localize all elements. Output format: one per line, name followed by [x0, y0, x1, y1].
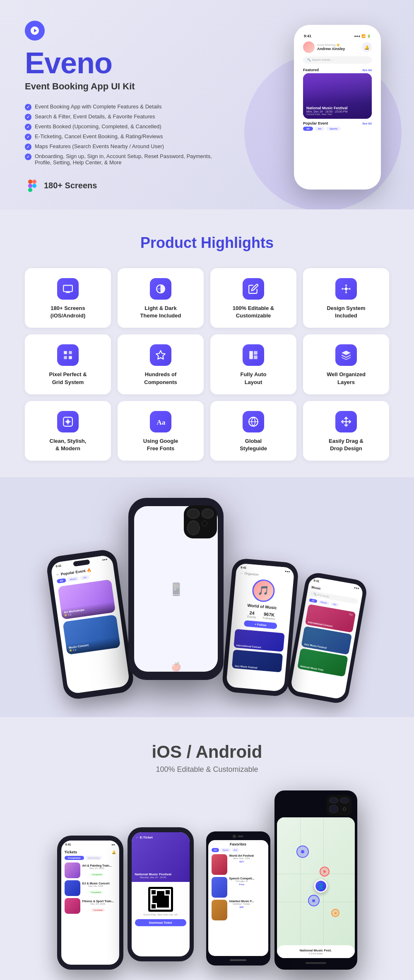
svg-point-8 — [345, 284, 347, 286]
android-phone-favorites: Favorites All Sport Art W — [206, 836, 270, 970]
hero-left: Eveno Event Booking App UI Kit Event Boo… — [25, 21, 215, 193]
cam-lens-2 — [202, 509, 214, 519]
feature-item-6: Onboarding, Sign up, Sign in, Account Se… — [25, 153, 215, 166]
ios-android-section: iOS / Android 100% Editable & Customizab… — [0, 717, 414, 980]
showcase-section: 9:41 ●●● ← Popular Event 🔥 All Music Art — [0, 477, 414, 717]
highlight-card-drag: Easily Drag &Drop Design — [303, 401, 389, 461]
feature-item-2: Search & Filter, Event Details, & Favori… — [25, 113, 215, 120]
android-right-group: Favorites All Sport Art W — [206, 790, 357, 970]
svg-rect-22 — [254, 355, 258, 359]
fonts-icon-wrap: Aa — [150, 411, 171, 432]
check-icon-6 — [25, 154, 31, 160]
pixel-label: Pixel Perfect &Grid System — [49, 371, 87, 386]
design-system-icon-wrap — [335, 278, 357, 300]
check-icon-5 — [25, 144, 31, 150]
grid-icon — [63, 350, 73, 360]
highlight-card-layers: Well OrganizedLayers — [303, 334, 389, 394]
feature-item-5: Maps Features (Search Events Nearby / Ar… — [25, 143, 215, 150]
layers-icon-wrap — [335, 344, 357, 366]
fonts-label: Using GoogleFree Fonts — [143, 437, 178, 452]
components-label: Hundreds ofComponents — [144, 371, 177, 386]
drag-icon — [341, 416, 351, 427]
stylish-icon-wrap — [57, 411, 79, 432]
highlight-card-components: Hundreds ofComponents — [118, 334, 204, 394]
theme-icon — [155, 283, 166, 294]
showcase-phone-music: 9:41 ●●● Music 🔍 979 results All Music — [286, 571, 368, 705]
svg-rect-16 — [64, 351, 67, 355]
svg-rect-0 — [28, 180, 32, 184]
theme-icon-wrap — [150, 278, 171, 300]
showcase-phone-left: 9:41 ●●● ← Popular Event 🔥 All Music Art — [45, 548, 135, 701]
edit-icon — [248, 283, 259, 294]
svg-point-7 — [345, 288, 348, 291]
app-subtitle: Event Booking App UI Kit — [25, 81, 215, 92]
showcase-phone-organizer: 9:41 ●●● ← Organizer 🎵 World of Music — [221, 558, 299, 697]
layout-icon-wrap — [243, 344, 264, 366]
theme-label: Light & DarkTheme Included — [140, 305, 181, 319]
apple-logo: 🍎 — [171, 662, 181, 672]
svg-rect-21 — [254, 351, 258, 355]
check-icon-3 — [25, 124, 31, 130]
check-icon-2 — [25, 114, 31, 120]
cam-flash — [202, 521, 207, 526]
svg-rect-2 — [28, 184, 32, 188]
design-system-icon — [341, 283, 351, 294]
ios-devices-grid: 9:41 ●● Tickets 🔔 Completed Upcomin — [17, 790, 397, 970]
check-icon-1 — [25, 104, 31, 110]
highlight-card-editable: 100% Editable &Customizable — [210, 268, 296, 328]
highlights-section: Product Highlights 180+ Screens(iOS/Andr… — [0, 209, 414, 477]
screens-count-text: 180+ Screens — [44, 181, 97, 190]
ios-phone-eticket: ← E-Ticket National Music Festival Monda… — [128, 836, 194, 970]
layout-icon — [248, 350, 259, 360]
svg-point-10 — [342, 288, 343, 290]
editable-label: 100% Editable &Customizable — [233, 305, 274, 319]
components-icon — [155, 350, 166, 360]
highlight-card-fonts: Aa Using GoogleFree Fonts — [118, 401, 204, 461]
camera-module — [184, 505, 217, 538]
layers-icon — [341, 350, 351, 360]
highlights-grid: 180+ Screens(iOS/Android) Light & DarkTh… — [25, 268, 389, 461]
svg-rect-1 — [32, 180, 36, 184]
app-title: Eveno — [25, 48, 215, 78]
layers-label: Well OrganizedLayers — [327, 371, 366, 386]
drag-label: Easily Drag &Drop Design — [329, 437, 363, 452]
styleguide-label: GlobalStyleguide — [240, 437, 267, 452]
styleguide-icon-wrap — [243, 411, 264, 432]
svg-point-11 — [349, 288, 351, 290]
highlight-card-design-system: Design SystemIncluded — [303, 268, 389, 328]
svg-rect-19 — [69, 356, 72, 360]
design-system-label: Design SystemIncluded — [327, 305, 365, 319]
svg-rect-17 — [69, 351, 72, 355]
screens-badge: 180+ Screens — [25, 178, 215, 193]
svg-point-4 — [32, 184, 36, 188]
fonts-icon: Aa — [155, 416, 166, 427]
highlight-card-stylish: Clean, Stylish,& Modern — [25, 401, 111, 461]
svg-rect-18 — [64, 356, 67, 360]
svg-rect-20 — [249, 351, 253, 360]
highlights-title: Product Highlights — [25, 234, 389, 252]
highlight-card-layout: Fully AutoLayout — [210, 334, 296, 394]
feature-list: Event Booking App with Complete Features… — [25, 103, 215, 166]
feature-item-4: E-Ticketing, Cancel Event Booking, & Rat… — [25, 133, 215, 140]
ios-title: iOS / Android — [17, 742, 397, 762]
svg-point-24 — [66, 420, 70, 423]
ios-left-group: 9:41 ●● Tickets 🔔 Completed Upcomin — [57, 836, 194, 970]
feature-item-1: Event Booking App with Complete Features… — [25, 103, 215, 110]
svg-point-9 — [345, 292, 347, 293]
showcase-phones-right: 9:41 ●●● ← Organizer 🎵 World of Music — [228, 554, 360, 688]
highlight-card-pixel: Pixel Perfect &Grid System — [25, 334, 111, 394]
components-icon-wrap — [150, 344, 171, 366]
styleguide-icon — [248, 416, 259, 427]
cam-lens-3 — [187, 521, 200, 536]
drag-icon-wrap — [335, 411, 357, 432]
hero-section: Eveno Event Booking App UI Kit Event Boo… — [0, 0, 414, 209]
editable-icon-wrap — [243, 278, 264, 300]
figma-icon — [25, 178, 40, 193]
ios-subtitle: 100% Editable & Customizable — [17, 765, 397, 774]
ios-phone-tickets: 9:41 ●● Tickets 🔔 Completed Upcomin — [57, 836, 123, 970]
logo-icon — [29, 25, 41, 36]
stylish-label: Clean, Stylish,& Modern — [50, 437, 87, 452]
layout-label: Fully AutoLayout — [240, 371, 266, 386]
svg-text:Aa: Aa — [156, 418, 166, 426]
highlight-card-styleguide: GlobalStyleguide — [210, 401, 296, 461]
